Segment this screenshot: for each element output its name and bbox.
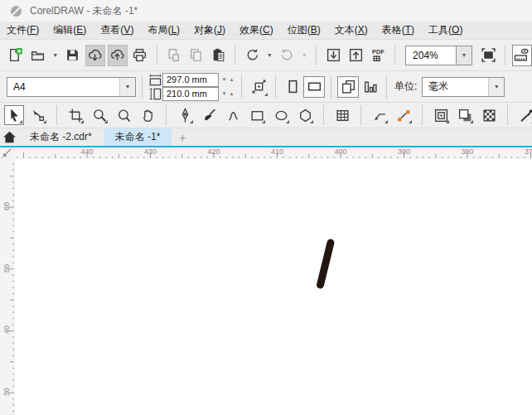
open-dropdown-button[interactable]: ▾ — [51, 45, 60, 66]
all-pages-icon — [341, 79, 356, 94]
separator — [394, 46, 395, 65]
document-tab-active[interactable]: 未命名 -1* — [104, 128, 172, 146]
show-rulers-button[interactable] — [512, 45, 532, 66]
menu-item-v[interactable]: 查看(V) — [100, 23, 133, 37]
brush-stroke-object[interactable] — [15, 159, 532, 415]
zoom-level-combo: ▾ — [405, 46, 472, 65]
connector-tool[interactable] — [394, 105, 414, 125]
chevron-down-icon[interactable]: ▾ — [119, 78, 135, 96]
ellipse-tool[interactable] — [271, 105, 291, 125]
undo-dropdown-button[interactable]: ▾ — [264, 45, 274, 66]
menu-item-label: 文本 — [335, 24, 355, 36]
table-icon — [335, 108, 351, 123]
drawing-canvas[interactable] — [15, 159, 532, 415]
open-button[interactable] — [28, 45, 48, 66]
ruler-origin-button[interactable] — [0, 147, 15, 159]
landscape-button[interactable] — [303, 76, 325, 98]
color-eyedropper-tool[interactable] — [516, 105, 532, 125]
vertical-ruler-label: 30 — [2, 384, 11, 399]
zoom-level-input[interactable] — [405, 46, 456, 65]
new-document-button[interactable] — [6, 45, 26, 66]
menu-item-label: 对象 — [194, 24, 214, 36]
cloud-download-button[interactable] — [85, 45, 105, 66]
zoom-alt-tool[interactable] — [114, 105, 133, 125]
redo-dropdown-button[interactable]: ▾ — [299, 45, 309, 66]
units-select[interactable]: 毫米 ▾ — [422, 77, 505, 97]
vertical-ruler[interactable]: 60504030 — [0, 159, 16, 415]
transparency-tool[interactable] — [479, 105, 499, 125]
chevron-down-icon[interactable]: ▾ — [456, 46, 472, 65]
redo-button[interactable] — [277, 45, 297, 66]
polygon-tool[interactable] — [295, 105, 315, 125]
menu-item-label: 布局 — [148, 24, 167, 36]
separator — [235, 46, 235, 65]
menu-item-label: 编辑 — [53, 24, 73, 36]
paintbrush-icon — [201, 108, 217, 123]
fullscreen-preview-button[interactable] — [478, 45, 498, 66]
menu-item-b[interactable]: 位图(B) — [288, 23, 321, 37]
table-tool[interactable] — [332, 105, 352, 125]
rectangle-tool[interactable] — [247, 105, 267, 125]
welcome-home-button[interactable] — [0, 128, 18, 146]
paste-button[interactable] — [208, 45, 228, 66]
chevron-down-icon[interactable]: ▾ — [488, 78, 504, 96]
print-button[interactable] — [130, 45, 150, 66]
pen-tool[interactable] — [175, 105, 195, 125]
import-icon — [326, 47, 341, 63]
new-tab-button[interactable]: + — [172, 128, 193, 146]
color-eyedropper-icon — [519, 108, 532, 123]
vertical-ruler-ticks — [0, 159, 15, 415]
ellipse-icon — [273, 108, 289, 123]
document-tab[interactable]: 未命名 -2.cdr* — [18, 128, 104, 146]
page-height-spinner[interactable]: ▾▴ — [220, 88, 235, 100]
menu-item-t[interactable]: 表格(T) — [382, 23, 414, 37]
pick-tool[interactable] — [4, 105, 24, 125]
menu-item-x[interactable]: 文本(X) — [335, 23, 368, 37]
page-size-select[interactable]: A4 ▾ — [7, 77, 136, 97]
current-page-button[interactable] — [359, 76, 380, 98]
separator — [316, 46, 317, 65]
contour-tool[interactable] — [431, 105, 451, 125]
page-width-spinner[interactable]: ▾▴ — [220, 74, 235, 86]
page-height-icon — [148, 86, 162, 102]
portrait-icon — [285, 79, 301, 94]
horizontal-ruler[interactable]: 440430420410400390380370 — [15, 147, 532, 160]
page-width-input[interactable] — [162, 73, 219, 87]
current-page-icon — [362, 79, 378, 94]
menu-item-label: 查看 — [100, 24, 120, 36]
copy-button[interactable] — [186, 45, 206, 66]
menu-bar: 文件(F)编辑(E)查看(V)布局(L)对象(J)效果(C)位图(B)文本(X)… — [0, 22, 532, 40]
drop-shadow-tool[interactable] — [455, 105, 475, 125]
import-button[interactable] — [323, 45, 343, 66]
cloud-upload-button[interactable] — [108, 45, 128, 66]
crop-tool[interactable] — [65, 105, 85, 125]
menu-item-c[interactable]: 效果(C) — [239, 23, 273, 37]
page-height-input[interactable] — [162, 87, 219, 101]
menu-item-e[interactable]: 编辑(E) — [53, 23, 86, 37]
page-options-button[interactable] — [248, 76, 269, 98]
b-spline-tool[interactable] — [223, 105, 243, 125]
menu-mnemonic: V — [123, 24, 130, 36]
new-document-icon — [7, 47, 23, 63]
menu-item-l[interactable]: 布局(L) — [148, 23, 180, 37]
menu-item-f[interactable]: 文件(F) — [7, 23, 39, 37]
cut-button[interactable] — [164, 45, 184, 66]
landscape-icon — [307, 79, 322, 94]
menu-item-o[interactable]: 工具(O) — [428, 23, 462, 37]
dimension-tool[interactable] — [370, 105, 389, 125]
undo-button[interactable] — [242, 45, 262, 66]
separator — [331, 75, 331, 99]
export-button[interactable] — [346, 45, 365, 66]
pick-icon — [7, 108, 22, 123]
property-bar: A4 ▾ ▾▴ ▾▴ 单位: 毫米 ▾ — [0, 71, 532, 103]
menu-item-j[interactable]: 对象(J) — [194, 23, 225, 37]
pan-tool[interactable] — [138, 105, 157, 125]
vertical-ruler-label: 40 — [2, 322, 11, 337]
zoom-tool[interactable] — [89, 105, 109, 125]
portrait-button[interactable] — [282, 76, 303, 98]
all-pages-button[interactable] — [337, 76, 359, 98]
shape-tool[interactable] — [28, 105, 48, 125]
pdf-export-button[interactable]: PDF — [368, 45, 388, 66]
save-button[interactable] — [63, 45, 83, 66]
paintbrush-tool[interactable] — [199, 105, 219, 125]
